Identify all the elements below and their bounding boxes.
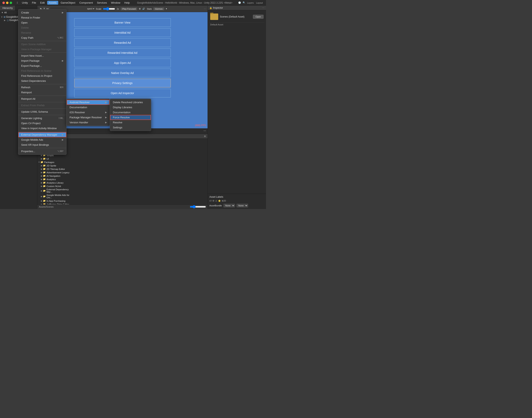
tree-extdep[interactable]: ▶ 📁 External Dependency Mar...	[37, 188, 75, 194]
tree-ainav[interactable]: ▶ 📁 AI Navigation	[37, 174, 75, 178]
app-open-ad-btn[interactable]: App Open Ad	[74, 58, 171, 67]
cm-view-import[interactable]: View in Import Activity Window	[18, 126, 66, 131]
menu-component[interactable]: Component	[78, 1, 94, 5]
close-button[interactable]	[2, 2, 5, 4]
open-ad-inspector-btn[interactable]: Open Ad Inspector	[74, 89, 171, 98]
menu-edit[interactable]: Edit	[38, 1, 46, 5]
search-icon[interactable]: 🔍	[243, 1, 245, 4]
menu-help[interactable]: Help	[123, 1, 131, 5]
cm-import-pkg[interactable]: Import Package ▶	[18, 58, 66, 63]
menu-apple[interactable]: 	[15, 1, 20, 5]
interstitial-ad-btn[interactable]: Interstitial Ad	[74, 28, 171, 37]
cm-refresh[interactable]: Refresh ⌘R	[18, 85, 66, 90]
banner-view-btn[interactable]: Banner View	[74, 18, 171, 27]
tree-adlegacy[interactable]: ▶ 📁 Advertisement Legacy	[37, 171, 75, 174]
menu-unity[interactable]: Unity	[20, 1, 30, 5]
cm-export-pkg[interactable]: Export Package...	[18, 63, 66, 68]
aspect-selector[interactable]: spect ▾	[87, 7, 94, 10]
tree-rider[interactable]: ▶ 📁 JetBrains Rider Editor	[37, 203, 75, 204]
play-focused-btn[interactable]: Play Focused	[121, 7, 138, 10]
tree-nunit[interactable]: ▶ 📁 Custom NUnit	[37, 185, 75, 188]
inspector-more[interactable]: ⋯	[262, 7, 264, 9]
asset-bundle-variant-select[interactable]: None	[237, 204, 248, 207]
cm-uxml[interactable]: Update UXML Schema	[18, 109, 66, 114]
label-icon4[interactable]: ⭐	[218, 199, 221, 202]
maximize-icon[interactable]: ⊞	[139, 7, 141, 10]
submenu-android[interactable]: Delete Resolved Libraries Display Librar…	[110, 99, 151, 131]
cm-reimport-all[interactable]: Reimport All	[18, 96, 66, 101]
gizmos-arrow[interactable]: ▾	[166, 7, 167, 10]
cm-reveal-finder[interactable]: Reveal in Finder	[18, 15, 66, 20]
label-icon1[interactable]: 🏷	[209, 199, 212, 202]
cm-ext-dep-mgr[interactable]: External Dependency Manager ▶	[18, 132, 66, 137]
cm-open[interactable]: Open	[18, 20, 66, 25]
tree-iap[interactable]: ▶ 📁 In App Purchasing	[37, 199, 75, 203]
tilemap-icon: 📁	[43, 168, 46, 170]
cm-sep2	[18, 52, 66, 53]
sm2-resolve[interactable]: Resolve	[110, 120, 151, 125]
sm-pkg-resolver[interactable]: Package Manager Resolver ▶	[67, 115, 110, 120]
cm-copy-path[interactable]: Copy Path ⌥⌘C	[18, 35, 66, 40]
stats-btn[interactable]: Stats	[147, 8, 152, 10]
cm-select-deps[interactable]: Select Dependencies	[18, 78, 66, 83]
sm-version-handler[interactable]: Version Handler ▶	[67, 120, 110, 125]
open-asset-button[interactable]: Open	[253, 15, 264, 19]
ui-label: UI	[46, 158, 49, 160]
tab-hierarchy[interactable]: Hierarchy	[0, 6, 15, 11]
tree-analytics[interactable]: ▶ 📁 Analytics	[37, 178, 75, 181]
asset-bundle-select[interactable]: None	[223, 204, 235, 207]
menu-gameobject[interactable]: GameObject	[59, 1, 77, 5]
tree-analyticslib[interactable]: ▶ 📁 Analytics Library	[37, 181, 75, 185]
minimize-button[interactable]	[6, 2, 9, 4]
sm2-documentation[interactable]: Documentation	[110, 110, 151, 115]
sm-documentation[interactable]: Documentation	[67, 105, 110, 110]
cm-import-new[interactable]: Import New Asset...	[18, 53, 66, 58]
cm-create[interactable]: Create ▶	[18, 10, 66, 15]
history-icon[interactable]: 🕐	[238, 1, 241, 4]
sm2-settings[interactable]: Settings	[110, 125, 151, 130]
sm-android-label: Android Resolver	[69, 101, 90, 104]
fps-label: (888) FPS	[195, 124, 206, 127]
adlegacy-arrow: ▶	[41, 171, 43, 174]
gizmos-btn[interactable]: Gizmos	[153, 7, 164, 10]
analytics-icon: 📁	[43, 178, 46, 181]
tree-packages[interactable]: ▼ 📁 Packages	[37, 161, 75, 164]
toolbar-more[interactable]: ⋯	[204, 8, 206, 10]
tree-tilemap[interactable]: ▶ 📁 2D Tilemap Editor	[37, 167, 75, 171]
cm-gma[interactable]: Google Mobile Ads ▶	[18, 137, 66, 142]
menu-services[interactable]: Services	[95, 1, 109, 5]
sm-android-resolver[interactable]: Android Resolver ▶	[67, 100, 110, 105]
settings-icon[interactable]: ⚙	[204, 135, 206, 138]
main-context-menu[interactable]: Create ▶ Reveal in Finder Open Delete Re…	[18, 9, 67, 155]
sm-ios-resolver[interactable]: iOS Resolver ▶	[67, 110, 110, 115]
cm-find-project[interactable]: Find References In Project	[18, 73, 66, 78]
audio-icon[interactable]: 🔊	[142, 7, 145, 10]
nunit-icon: 📁	[43, 185, 46, 187]
sm2-display-libs[interactable]: Display Libraries	[110, 105, 151, 110]
tree-ui[interactable]: ▶ 📁 UI	[37, 157, 75, 161]
bottom-more-icon[interactable]: ⋯	[202, 128, 208, 134]
rewarded-ad-btn[interactable]: Rewarded Ad	[74, 38, 171, 47]
privacy-settings-btn[interactable]: Privacy Settings	[74, 79, 171, 87]
rewarded-interstitial-btn[interactable]: Rewarded Interstitial Ad	[74, 48, 171, 57]
tree-gma[interactable]: ▶ 📁 Google Mobile Ads for Uni...	[37, 194, 75, 199]
submenu-ext-dep[interactable]: Android Resolver ▶ Documentation iOS Res…	[67, 99, 110, 126]
menu-file[interactable]: File	[30, 1, 38, 5]
cm-properties[interactable]: Properties... ⌥⌘P	[18, 149, 66, 154]
cm-seed-xr[interactable]: Seed XR Input Bindings	[18, 142, 66, 147]
menu-window[interactable]: Window	[109, 1, 122, 5]
native-overlay-btn[interactable]: Native Overlay Ad	[74, 69, 171, 77]
zoom-slider[interactable]	[190, 205, 206, 209]
menu-assets[interactable]: Assets	[47, 1, 58, 5]
tree-2dsprite[interactable]: ▶ 📁 2D Sprite	[37, 164, 75, 167]
cm-reimport[interactable]: Reimport	[18, 90, 66, 95]
lock-icon[interactable]: 🔒	[209, 7, 212, 9]
scale-slider[interactable]	[103, 7, 115, 11]
cm-open-csharp[interactable]: Open C# Project	[18, 121, 66, 126]
maximize-button[interactable]	[10, 2, 12, 4]
sm2-delete-libs[interactable]: Delete Resolved Libraries	[110, 100, 151, 105]
label-icon2[interactable]: ⚙	[212, 199, 214, 202]
sm2-force-resolve[interactable]: Force Resolve	[110, 115, 151, 120]
cm-gen-lighting[interactable]: Generate Lighting ⇧⌘L	[18, 116, 66, 121]
label-icon3[interactable]: ⚠	[215, 199, 217, 202]
